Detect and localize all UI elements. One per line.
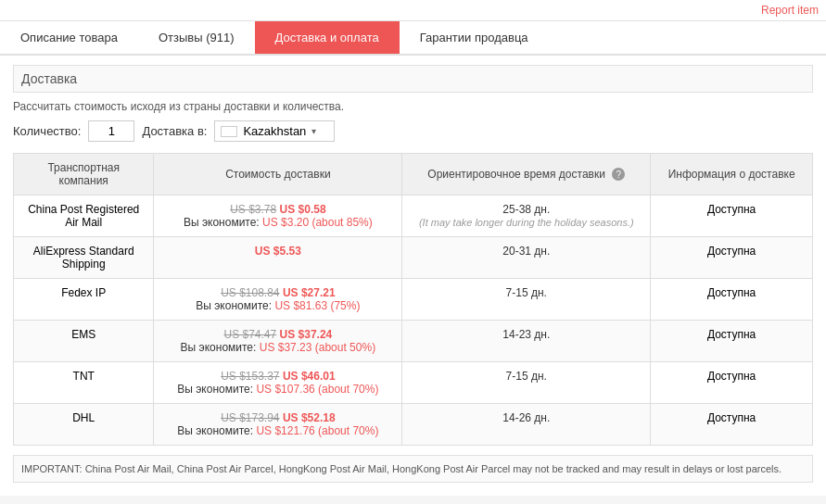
new-price: US $27.21	[283, 286, 336, 299]
table-row: Fedex IPUS $108.84 US $27.21Вы экономите…	[14, 279, 813, 321]
table-row: AliExpress Standard ShippingUS $5.5320-3…	[14, 237, 813, 279]
original-price: US $74.47	[223, 328, 276, 341]
table-row: EMSUS $74.47 US $37.24Вы экономите: US $…	[14, 321, 813, 362]
cell-cost: US $153.37 US $46.01Вы экономите: US $10…	[154, 362, 402, 404]
tab-description[interactable]: Описание товара	[0, 21, 138, 54]
header-time: Ориентировочное время доставки ?	[402, 154, 651, 195]
cell-time: 7-15 дн.	[402, 279, 651, 321]
cell-company: DHL	[14, 404, 154, 446]
cell-info: Доступна	[651, 237, 813, 279]
cell-time: 25-38 дн.(It may take longer during the …	[402, 195, 651, 237]
time-main: 7-15 дн.	[506, 286, 547, 299]
new-price: US $46.01	[283, 370, 336, 383]
new-price: US $5.53	[255, 245, 301, 258]
new-price: US $0.58	[280, 203, 326, 216]
report-item-link[interactable]: Report item	[761, 4, 819, 17]
new-price: US $37.24	[280, 328, 333, 341]
savings-amount: US $37.23 (about 50%)	[260, 341, 375, 354]
header-company: Транспортная компания	[14, 154, 154, 195]
dest-label: Доставка в:	[142, 124, 207, 138]
cell-cost: US $5.53	[154, 237, 402, 279]
cell-cost: US $3.78 US $0.58Вы экономите: US $3.20 …	[154, 195, 402, 237]
original-price: US $108.84	[221, 286, 279, 299]
top-bar: Report item	[0, 0, 826, 21]
cell-info: Доступна	[651, 321, 813, 362]
destination-select[interactable]: Kazakhstan ▾	[214, 120, 335, 142]
savings-amount: US $121.76 (about 70%)	[256, 424, 378, 437]
cell-company: EMS	[14, 321, 154, 362]
dest-value: Kazakhstan	[243, 124, 306, 138]
cell-cost: US $74.47 US $37.24Вы экономите: US $37.…	[154, 321, 402, 362]
time-main: 14-23 дн.	[502, 328, 550, 341]
original-price: US $173.94	[221, 411, 279, 424]
cell-company: AliExpress Standard Shipping	[14, 237, 154, 279]
time-main: 14-26 дн.	[502, 411, 550, 424]
footer-note: IMPORTANT: China Post Air Mail, China Po…	[13, 455, 813, 483]
tab-delivery[interactable]: Доставка и оплата	[255, 21, 400, 54]
cell-info: Доступна	[651, 195, 813, 237]
main-content: Доставка Рассчитать стоимость исходя из …	[0, 56, 826, 496]
table-row: TNTUS $153.37 US $46.01Вы экономите: US …	[14, 362, 813, 404]
savings-label: Вы экономите:	[184, 216, 262, 229]
savings-label: Вы экономите:	[177, 383, 256, 396]
chevron-down-icon: ▾	[311, 126, 316, 136]
savings-label: Вы экономите:	[177, 424, 256, 437]
savings-amount: US $107.36 (about 70%)	[256, 383, 378, 396]
savings-amount: US $3.20 (about 85%)	[262, 216, 373, 229]
tabs-bar: Описание товара Отзывы (911) Доставка и …	[0, 21, 826, 56]
time-main: 25-38 дн.	[502, 203, 550, 216]
cell-info: Доступна	[651, 279, 813, 321]
cell-time: 14-23 дн.	[402, 321, 651, 362]
tab-reviews[interactable]: Отзывы (911)	[138, 21, 255, 54]
qty-input[interactable]	[88, 120, 134, 142]
help-icon[interactable]: ?	[612, 168, 625, 181]
cell-time: 14-26 дн.	[402, 404, 651, 446]
savings-label: Вы экономите:	[196, 299, 274, 312]
cell-company: China Post Registered Air Mail	[14, 195, 154, 237]
cell-company: Fedex IP	[14, 279, 154, 321]
cell-cost: US $108.84 US $27.21Вы экономите: US $81…	[154, 279, 402, 321]
header-cost: Стоимость доставки	[154, 154, 402, 195]
section-title: Доставка	[13, 65, 813, 93]
cell-info: Доступна	[651, 362, 813, 404]
calc-description: Рассчитать стоимость исходя из страны до…	[13, 100, 813, 113]
flag-icon	[221, 126, 237, 137]
quantity-row: Количество: Доставка в: Kazakhstan ▾	[13, 120, 813, 142]
original-price: US $153.37	[221, 370, 279, 383]
time-note: (It may take longer during the holiday s…	[419, 217, 634, 228]
qty-label: Количество:	[13, 124, 81, 138]
cell-time: 20-31 дн.	[402, 237, 651, 279]
table-row: China Post Registered Air MailUS $3.78 U…	[14, 195, 813, 237]
time-main: 20-31 дн.	[502, 245, 550, 258]
header-info: Информация о доставке	[651, 154, 813, 195]
time-main: 7-15 дн.	[506, 370, 547, 383]
cell-cost: US $173.94 US $52.18Вы экономите: US $12…	[154, 404, 402, 446]
cell-company: TNT	[14, 362, 154, 404]
original-price: US $3.78	[230, 203, 276, 216]
savings-amount: US $81.63 (75%)	[274, 299, 360, 312]
savings-label: Вы экономите:	[181, 341, 260, 354]
cell-info: Доступна	[651, 404, 813, 446]
cell-time: 7-15 дн.	[402, 362, 651, 404]
table-row: DHLUS $173.94 US $52.18Вы экономите: US …	[14, 404, 813, 446]
new-price: US $52.18	[283, 411, 336, 424]
shipping-table: Транспортная компания Стоимость доставки…	[13, 153, 813, 446]
tab-guarantees[interactable]: Гарантии продавца	[400, 21, 549, 54]
